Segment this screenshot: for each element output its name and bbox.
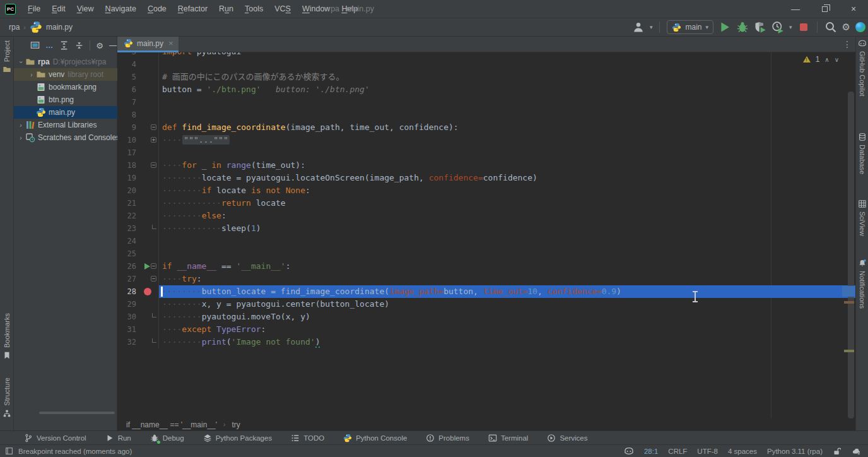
run-button[interactable] <box>718 21 731 33</box>
fold-minus-icon[interactable]: − <box>151 263 156 269</box>
breakpoint-icon[interactable] <box>144 288 151 295</box>
python-interpreter[interactable]: Python 3.11 (rpa) <box>767 448 823 455</box>
fold-end-icon[interactable] <box>152 313 156 318</box>
select-opened-file-icon[interactable] <box>30 40 40 50</box>
breadcrumb-file[interactable]: main.py <box>46 23 73 32</box>
file-encoding[interactable]: UTF-8 <box>697 448 718 455</box>
code-editor[interactable]: 3import pyautogui45# 画面の中にこのパスの画像があるか検索す… <box>117 52 855 418</box>
unlock-icon[interactable] <box>833 447 841 456</box>
tree-arrow-icon[interactable]: › <box>18 134 24 141</box>
settings-gear-icon[interactable]: ⚙ <box>842 21 850 33</box>
code-with-me-icon[interactable] <box>632 21 645 33</box>
menu-edit[interactable]: Edit <box>46 0 71 18</box>
tree-arrow-icon[interactable]: › <box>18 59 25 65</box>
tool-stripe-sciview[interactable]: SciView <box>856 199 868 236</box>
editor-breadcrumb-1[interactable]: try <box>232 420 240 429</box>
gutter[interactable] <box>143 222 159 235</box>
menu-view[interactable]: View <box>71 0 100 18</box>
gutter[interactable] <box>143 83 159 96</box>
tool-window-button-debug[interactable]: Debug <box>150 434 184 442</box>
search-everywhere-icon[interactable] <box>824 21 837 33</box>
collapse-all-icon[interactable] <box>74 40 84 50</box>
tree-item-bookmark-png[interactable]: bookmark.png <box>14 81 117 93</box>
stop-button[interactable] <box>797 21 810 33</box>
gutter[interactable]: − <box>143 273 159 285</box>
tool-window-button-run[interactable]: Run <box>105 434 131 442</box>
fold-minus-icon[interactable]: − <box>151 276 156 282</box>
gutter[interactable] <box>143 323 159 336</box>
tool-window-button-python-packages[interactable]: Python Packages <box>203 434 273 442</box>
next-problem-icon[interactable]: ∨ <box>835 56 839 63</box>
tool-window-button-python-console[interactable]: Python Console <box>343 434 407 442</box>
run-with-coverage-button[interactable] <box>754 21 766 33</box>
horizontal-scrollbar[interactable] <box>39 412 115 414</box>
indent-setting[interactable]: 4 spaces <box>728 448 757 455</box>
gutter[interactable] <box>143 197 159 210</box>
gutter[interactable]: − <box>143 260 159 273</box>
menu-navigate[interactable]: Navigate <box>100 0 142 18</box>
close-tab-icon[interactable]: × <box>168 39 173 48</box>
prev-problem-icon[interactable]: ∧ <box>824 56 829 63</box>
tool-stripe-bookmarks[interactable]: Bookmarks <box>0 313 13 360</box>
more-options-icon[interactable]: … <box>45 41 54 50</box>
gutter[interactable] <box>143 58 159 71</box>
caret-position[interactable]: 28:1 <box>644 448 658 455</box>
run-configuration-select[interactable]: main ▾ <box>667 20 713 34</box>
tree-item-btn-png[interactable]: btn.png <box>14 93 117 106</box>
gutter[interactable] <box>143 235 159 247</box>
tool-stripe-project[interactable]: Project <box>0 40 13 74</box>
tool-stripe-github-copilot[interactable]: GitHub Copilot <box>856 39 868 97</box>
tool-window-button-todo[interactable]: TODO <box>291 434 324 442</box>
gutter[interactable]: − <box>143 159 159 172</box>
gutter[interactable] <box>143 311 159 323</box>
gutter[interactable] <box>143 285 159 298</box>
breadcrumb-project[interactable]: rpa <box>9 23 20 32</box>
gutter[interactable] <box>143 146 159 159</box>
menu-run[interactable]: Run <box>213 0 239 18</box>
tree-arrow-icon[interactable]: › <box>28 71 35 78</box>
line-separator[interactable]: CRLF <box>668 448 687 455</box>
menu-vcs[interactable]: VCS <box>269 0 296 18</box>
fold-plus-icon[interactable]: + <box>151 137 156 143</box>
tree-item-venv[interactable]: ›venvlibrary root <box>14 68 117 81</box>
editor-breadcrumb-0[interactable]: if __name__ == '__main__' <box>126 420 217 429</box>
tree-item-main-py[interactable]: main.py <box>14 106 117 119</box>
gutter[interactable] <box>143 71 159 83</box>
tree-item-rpa[interactable]: ›rpaD:¥projects¥rpa <box>14 56 117 68</box>
editor-scrollbar[interactable] <box>848 52 854 418</box>
tool-stripe-database[interactable]: Database <box>856 133 868 174</box>
gutter[interactable] <box>143 298 159 311</box>
tree-item-scratches-and-consoles[interactable]: ›Scratches and Consoles <box>14 131 117 144</box>
gutter[interactable] <box>143 184 159 197</box>
event-log-icon[interactable] <box>5 447 13 455</box>
expand-all-icon[interactable] <box>59 40 69 50</box>
gutter[interactable]: − <box>143 121 159 134</box>
gutter[interactable] <box>143 210 159 222</box>
fold-minus-icon[interactable]: − <box>151 124 156 130</box>
run-line-icon[interactable] <box>144 263 150 270</box>
gutter[interactable]: + <box>143 134 159 146</box>
tab-options-kebab-icon[interactable]: ⋮ <box>843 39 852 49</box>
restore-button[interactable] <box>810 0 839 18</box>
tree-arrow-icon[interactable]: › <box>18 122 24 129</box>
close-button[interactable]: × <box>839 0 868 18</box>
hide-tool-window-icon[interactable]: — <box>109 41 117 50</box>
tool-stripe-structure[interactable]: Structure <box>0 377 13 418</box>
gutter[interactable] <box>143 172 159 184</box>
menu-tools[interactable]: Tools <box>239 0 269 18</box>
gutter[interactable] <box>143 109 159 121</box>
copilot-status-icon[interactable] <box>624 446 634 456</box>
menu-file[interactable]: File <box>22 0 46 18</box>
gutter[interactable] <box>143 247 159 260</box>
tool-stripe-notifications[interactable]: Notifications <box>856 259 868 309</box>
fold-end-icon[interactable] <box>152 338 156 343</box>
tool-window-button-services[interactable]: Services <box>547 434 587 442</box>
minimize-button[interactable]: — <box>781 0 810 18</box>
options-gear-icon[interactable]: ⚙ <box>96 41 103 50</box>
profiler-button[interactable] <box>771 21 784 33</box>
menu-refactor[interactable]: Refactor <box>172 0 213 18</box>
tool-window-button-problems[interactable]: Problems <box>426 434 469 442</box>
fold-minus-icon[interactable]: − <box>151 162 156 168</box>
inspection-widget[interactable]: ! 1 ∧ ∨ <box>803 55 839 64</box>
gutter[interactable] <box>143 96 159 109</box>
